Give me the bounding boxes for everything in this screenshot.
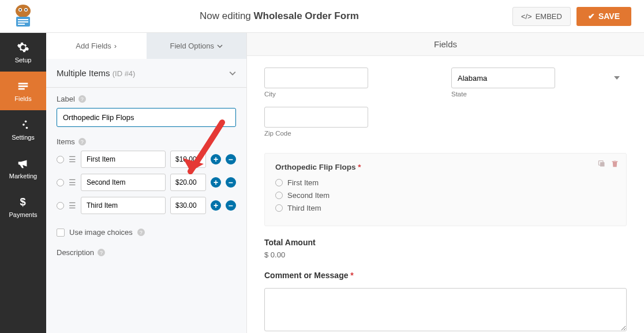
- panel-tabs: Add Fields › Field Options: [46, 33, 246, 59]
- logo: [0, 4, 46, 28]
- top-actions: </> EMBED ✔ SAVE: [512, 7, 644, 26]
- panel-body: Multiple Items (ID #4) Label ? Items ?: [46, 59, 246, 333]
- remove-item-button[interactable]: –: [226, 177, 236, 188]
- section-header[interactable]: Multiple Items (ID #4): [46, 59, 246, 88]
- image-choices-row[interactable]: Use image choices ?: [46, 223, 246, 241]
- item-price-input[interactable]: [170, 197, 206, 214]
- svg-point-13: [23, 124, 25, 126]
- radio-option[interactable]: First Item: [275, 178, 616, 187]
- wpforms-logo-icon: [9, 4, 38, 28]
- help-icon[interactable]: ?: [78, 95, 86, 103]
- item-name-input[interactable]: [81, 151, 166, 168]
- zip-input[interactable]: [264, 107, 368, 128]
- sidebar-item-fields[interactable]: Fields: [0, 72, 46, 110]
- tab-field-options[interactable]: Field Options: [147, 33, 247, 59]
- radio-icon: [275, 192, 283, 199]
- drag-icon[interactable]: ☰: [69, 155, 76, 164]
- svg-point-4: [25, 9, 27, 11]
- megaphone-icon: [17, 157, 29, 170]
- sidebar-item-setup[interactable]: Setup: [0, 33, 46, 72]
- embed-button[interactable]: </> EMBED: [512, 7, 571, 26]
- comment-textarea[interactable]: [264, 288, 627, 331]
- description-group: Description ?: [46, 241, 246, 265]
- duplicate-icon[interactable]: [597, 159, 606, 168]
- drag-icon[interactable]: ☰: [69, 178, 76, 187]
- item-name-input[interactable]: [81, 197, 166, 214]
- svg-rect-10: [18, 85, 28, 87]
- city-label: City: [264, 91, 440, 98]
- preview-header: Fields: [247, 33, 644, 56]
- zip-label: Zip Code: [264, 130, 627, 137]
- help-icon[interactable]: ?: [98, 249, 105, 256]
- form-icon: [17, 80, 29, 92]
- save-button[interactable]: ✔ SAVE: [576, 7, 631, 26]
- multi-title: Orthopedic Flip Flops *: [275, 163, 616, 171]
- chevron-down-icon: [229, 70, 236, 77]
- radio-option[interactable]: Third Item: [275, 204, 616, 212]
- chevron-down-icon: [217, 43, 223, 49]
- label-input[interactable]: [57, 108, 236, 127]
- sidebar-item-marketing[interactable]: Marketing: [0, 149, 46, 188]
- chevron-right-icon: ›: [114, 42, 117, 50]
- svg-point-14: [26, 127, 28, 129]
- checkbox-icon[interactable]: [57, 229, 65, 237]
- sliders-icon: [17, 118, 29, 131]
- multiple-items-preview[interactable]: Orthopedic Flip Flops * First Item Secon…: [264, 153, 627, 226]
- help-icon[interactable]: ?: [137, 229, 145, 236]
- radio-icon: [275, 204, 283, 212]
- address-row: City State: [264, 68, 627, 103]
- svg-rect-8: [18, 24, 25, 25]
- drag-icon[interactable]: ☰: [69, 201, 76, 210]
- tab-add-fields[interactable]: Add Fields ›: [46, 33, 147, 59]
- remove-item-button[interactable]: –: [226, 154, 236, 164]
- label-heading: Label ?: [57, 95, 236, 103]
- add-item-button[interactable]: +: [211, 154, 221, 164]
- add-item-button[interactable]: +: [211, 177, 221, 188]
- svg-point-0: [16, 5, 31, 17]
- items-group: Items ? ☰ + – ☰ + –: [46, 130, 246, 223]
- item-price-input[interactable]: [170, 174, 206, 191]
- field-options-panel: Add Fields › Field Options Multiple Item…: [46, 33, 247, 333]
- description-heading: Description ?: [57, 248, 236, 257]
- page-title: Now editing Wholesale Order Form: [46, 10, 512, 22]
- label-group: Label ?: [46, 88, 246, 130]
- zip-row: Zip Code: [264, 107, 627, 143]
- item-price-input[interactable]: [170, 151, 206, 168]
- preview-pane: Fields City State Zip Code: [247, 33, 644, 333]
- radio-option[interactable]: Second Item: [275, 191, 616, 200]
- remove-item-button[interactable]: –: [226, 200, 236, 211]
- total-label: Total Amount: [264, 238, 627, 247]
- radio-icon[interactable]: [57, 156, 64, 163]
- check-icon: ✔: [588, 12, 595, 21]
- state-select[interactable]: [451, 68, 555, 88]
- code-icon: </>: [521, 12, 532, 21]
- main-area: Setup Fields Settings Marketing $ Paymen…: [0, 33, 644, 333]
- gear-icon: [17, 41, 29, 54]
- help-icon[interactable]: ?: [78, 138, 86, 145]
- top-bar: Now editing Wholesale Order Form </> EMB…: [0, 0, 644, 33]
- svg-rect-7: [18, 21, 28, 23]
- svg-text:$: $: [20, 196, 26, 208]
- field-actions: [597, 159, 619, 168]
- item-row: ☰ + –: [57, 174, 236, 191]
- svg-rect-9: [18, 83, 28, 85]
- item-row: ☰ + –: [57, 151, 236, 168]
- sidebar: Setup Fields Settings Marketing $ Paymen…: [0, 33, 46, 333]
- item-row: ☰ + –: [57, 197, 236, 214]
- sidebar-item-payments[interactable]: $ Payments: [0, 188, 46, 226]
- item-name-input[interactable]: [81, 174, 166, 191]
- svg-point-3: [20, 9, 21, 11]
- total-amount: $ 0.00: [264, 250, 627, 259]
- trash-icon[interactable]: [611, 159, 619, 168]
- svg-rect-16: [600, 162, 605, 167]
- items-heading: Items ?: [57, 137, 236, 146]
- form-name: Wholesale Order Form: [254, 10, 359, 21]
- svg-rect-11: [18, 88, 25, 90]
- add-item-button[interactable]: +: [211, 200, 221, 211]
- radio-icon[interactable]: [57, 179, 64, 186]
- state-label: State: [451, 91, 627, 98]
- dollar-icon: $: [17, 196, 29, 208]
- sidebar-item-settings[interactable]: Settings: [0, 110, 46, 149]
- city-input[interactable]: [264, 68, 368, 88]
- radio-icon[interactable]: [57, 202, 64, 209]
